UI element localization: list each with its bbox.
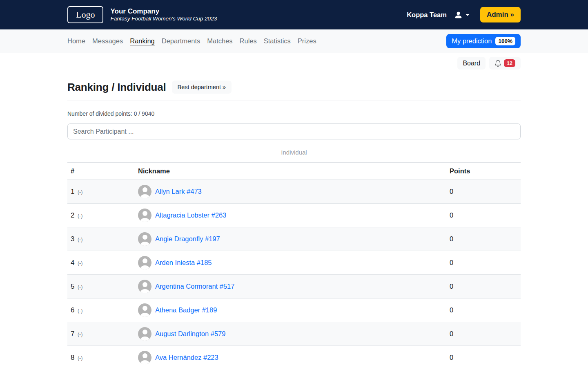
nav-item-statistics[interactable]: Statistics bbox=[264, 37, 291, 45]
table-row: 5 (-) Argentina Cormorant #517 0 bbox=[67, 275, 521, 298]
company-name: Your Company bbox=[110, 7, 217, 16]
rank-number: 1 bbox=[71, 188, 74, 195]
nav-item-departments[interactable]: Departments bbox=[162, 37, 200, 45]
participant-link[interactable]: Athena Badger #189 bbox=[155, 306, 217, 314]
main-nav: HomeMessagesRankingDepartmentsMatchesRul… bbox=[0, 29, 588, 53]
participant-link[interactable]: Angie Dragonfly #197 bbox=[155, 235, 220, 243]
nav-item-prizes[interactable]: Prizes bbox=[298, 37, 316, 45]
rank-trend: (-) bbox=[76, 355, 82, 361]
points-value: 0 bbox=[450, 283, 453, 290]
table-row: 6 (-) Athena Badger #189 0 bbox=[67, 298, 521, 322]
participant-cell: Ava Hernández #223 bbox=[138, 351, 443, 364]
section-label: Individual bbox=[67, 149, 521, 156]
participant-link[interactable]: Argentina Cormorant #517 bbox=[155, 283, 234, 290]
participant-link[interactable]: August Darlington #579 bbox=[155, 330, 225, 338]
main-content: Ranking / Individual Best department » N… bbox=[67, 81, 521, 368]
table-row: 8 (-) Ava Hernández #223 0 bbox=[67, 346, 521, 368]
participant-cell: Allyn Lark #473 bbox=[138, 185, 443, 198]
points-value: 0 bbox=[450, 235, 453, 242]
person-icon bbox=[454, 11, 463, 19]
rank-number: 3 bbox=[71, 235, 74, 243]
my-prediction-label: My prediction bbox=[452, 37, 492, 45]
avatar-person-icon bbox=[138, 303, 151, 317]
points-value: 0 bbox=[450, 306, 453, 314]
app-subtitle: Fantasy Football Women's World Cup 2023 bbox=[110, 16, 217, 22]
participant-cell: Athena Badger #189 bbox=[138, 303, 443, 317]
participant-link[interactable]: Arden Iniesta #185 bbox=[155, 259, 212, 267]
header-rank: # bbox=[67, 163, 135, 180]
points-value: 0 bbox=[450, 330, 453, 337]
ranking-table: # Nickname Points 1 (-) Allyn Lark #473 … bbox=[67, 162, 521, 368]
rank-number: 5 bbox=[71, 283, 74, 290]
table-row: 1 (-) Allyn Lark #473 0 bbox=[67, 180, 521, 204]
search-input[interactable] bbox=[67, 123, 521, 139]
rank-trend: (-) bbox=[76, 213, 82, 219]
notifications-count-badge: 12 bbox=[504, 59, 515, 67]
table-row: 4 (-) Arden Iniesta #185 0 bbox=[67, 251, 521, 275]
rank-number: 2 bbox=[71, 211, 74, 219]
rank-trend: (-) bbox=[76, 308, 82, 314]
logo[interactable]: Logo bbox=[67, 6, 103, 23]
points-value: 0 bbox=[450, 354, 453, 361]
nav-item-ranking[interactable]: Ranking bbox=[130, 37, 155, 45]
rank-number: 7 bbox=[71, 330, 74, 338]
participant-cell: Argentina Cormorant #517 bbox=[138, 280, 443, 293]
participant-cell: Arden Iniesta #185 bbox=[138, 256, 443, 269]
brand-block: Your Company Fantasy Football Women's Wo… bbox=[110, 7, 217, 22]
chevron-down-icon bbox=[466, 14, 470, 16]
participant-link[interactable]: Ava Hernández #223 bbox=[155, 354, 218, 361]
page-title: Ranking / Individual bbox=[67, 81, 166, 94]
rank-number: 8 bbox=[71, 354, 74, 361]
rank-number: 4 bbox=[71, 259, 74, 267]
rank-trend: (-) bbox=[76, 189, 82, 195]
nav-item-messages[interactable]: Messages bbox=[92, 37, 123, 45]
table-row: 2 (-) Altagracia Lobster #263 0 bbox=[67, 204, 521, 227]
rank-trend: (-) bbox=[76, 237, 82, 242]
admin-button[interactable]: Admin » bbox=[480, 7, 521, 22]
rank-trend: (-) bbox=[76, 260, 82, 266]
nav-links: HomeMessagesRankingDepartmentsMatchesRul… bbox=[67, 37, 316, 45]
rank-trend: (-) bbox=[76, 332, 82, 337]
rank-number: 6 bbox=[71, 306, 74, 314]
points-value: 0 bbox=[450, 211, 453, 219]
table-row: 3 (-) Angie Dragonfly #197 0 bbox=[67, 227, 521, 251]
avatar-person-icon bbox=[138, 256, 151, 269]
avatar-person-icon bbox=[138, 351, 151, 364]
participant-link[interactable]: Altagracia Lobster #263 bbox=[155, 211, 226, 219]
participant-link[interactable]: Allyn Lark #473 bbox=[155, 188, 202, 195]
top-navbar: Logo Your Company Fantasy Football Women… bbox=[0, 0, 588, 29]
prediction-progress-badge: 100% bbox=[495, 37, 515, 45]
team-name: Koppa Team bbox=[407, 11, 447, 19]
participant-cell: August Darlington #579 bbox=[138, 327, 443, 341]
header-nickname: Nickname bbox=[135, 163, 446, 180]
points-value: 0 bbox=[450, 188, 453, 195]
divider bbox=[67, 101, 521, 101]
title-row: Ranking / Individual Best department » bbox=[67, 81, 521, 94]
participant-cell: Angie Dragonfly #197 bbox=[138, 232, 443, 246]
user-menu[interactable] bbox=[452, 10, 471, 20]
table-row: 7 (-) August Darlington #579 0 bbox=[67, 322, 521, 346]
nav-item-matches[interactable]: Matches bbox=[207, 37, 232, 45]
avatar-person-icon bbox=[138, 280, 151, 293]
header-points: Points bbox=[446, 163, 521, 180]
best-department-button[interactable]: Best department » bbox=[172, 81, 232, 94]
navbar-right: Koppa Team Admin » bbox=[407, 7, 521, 22]
my-prediction-button[interactable]: My prediction 100% bbox=[446, 34, 521, 48]
table-header-row: # Nickname Points bbox=[67, 163, 521, 180]
bell-icon bbox=[494, 60, 501, 67]
avatar-person-icon bbox=[138, 209, 151, 222]
divided-points-text: Number of divided points: 0 / 9040 bbox=[67, 110, 521, 117]
rank-trend: (-) bbox=[76, 284, 82, 290]
points-value: 0 bbox=[450, 259, 453, 266]
nav-item-rules[interactable]: Rules bbox=[240, 37, 257, 45]
avatar-person-icon bbox=[138, 185, 151, 198]
notifications-button[interactable]: 12 bbox=[489, 57, 521, 70]
participant-cell: Altagracia Lobster #263 bbox=[138, 209, 443, 222]
toolbar-row: Board 12 bbox=[67, 57, 521, 70]
avatar-person-icon bbox=[138, 232, 151, 246]
nav-item-home[interactable]: Home bbox=[67, 37, 85, 45]
avatar-person-icon bbox=[138, 327, 151, 341]
board-button[interactable]: Board bbox=[457, 57, 486, 70]
